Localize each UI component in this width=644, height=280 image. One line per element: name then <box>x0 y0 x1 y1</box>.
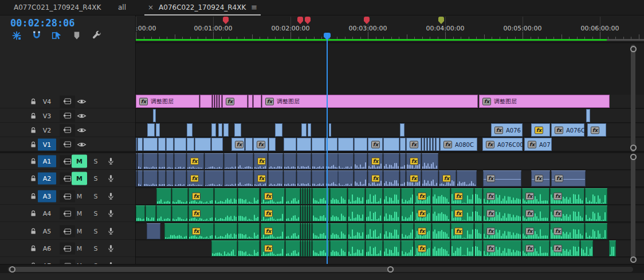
fx-badge[interactable]: fx <box>486 210 495 217</box>
timeline-clip[interactable] <box>400 170 406 186</box>
timeline-clip[interactable] <box>211 123 216 137</box>
timeline-clip[interactable]: fx <box>189 188 214 204</box>
timeline-clip[interactable] <box>303 188 305 204</box>
solo-button[interactable]: S <box>92 228 100 235</box>
timeline-clip[interactable] <box>312 170 325 186</box>
timeline-clip[interactable] <box>312 153 325 169</box>
timeline-clip[interactable] <box>174 170 186 186</box>
fx-badge[interactable]: fx <box>371 158 380 165</box>
track-lane-A2[interactable]: fxfxfxfxfxfxfxfx <box>136 170 644 187</box>
fx-badge[interactable]: fx <box>257 141 265 148</box>
timeline-clip[interactable] <box>330 240 347 256</box>
voiceover-mic-icon[interactable] <box>107 192 115 201</box>
fx-badge[interactable]: fx <box>494 126 503 134</box>
fx-badge[interactable]: fx <box>525 193 534 200</box>
fx-badge[interactable]: fx <box>553 245 562 252</box>
timeline-clip[interactable]: fx <box>261 205 285 221</box>
fx-badge[interactable]: fx <box>265 98 274 105</box>
timeline-clip[interactable]: fx <box>531 170 550 186</box>
timeline-clip[interactable] <box>138 153 143 169</box>
timeline-clip[interactable] <box>474 223 482 239</box>
tab-all[interactable]: all <box>115 0 129 14</box>
solo-button[interactable]: S <box>92 210 100 217</box>
timeline-clip[interactable]: fx调整图层 <box>262 95 478 108</box>
fx-badge[interactable]: fx <box>418 245 426 252</box>
timeline-clip[interactable] <box>156 188 171 204</box>
timeline-clip[interactable]: fx <box>587 123 606 137</box>
solo-button[interactable]: S <box>92 193 100 200</box>
timeline-clip[interactable]: fx <box>261 223 285 239</box>
timeline-clip[interactable] <box>174 138 186 151</box>
track-target-V4[interactable]: V4 <box>38 95 56 107</box>
mute-button[interactable]: M <box>72 259 87 265</box>
toggle-track-output-eye-icon[interactable] <box>77 125 87 135</box>
fx-badge[interactable]: fx <box>443 141 452 148</box>
fx-badge[interactable]: fx <box>226 98 234 105</box>
fx-badge[interactable]: fx <box>553 228 562 235</box>
timeline-clip[interactable]: fx <box>187 153 204 169</box>
track-target-A6[interactable]: A6 <box>38 243 56 255</box>
timeline-clip[interactable] <box>136 170 137 186</box>
timeline-clip[interactable] <box>285 188 300 204</box>
timeline-clip[interactable] <box>238 205 260 221</box>
scroll-zoom-handle-right[interactable] <box>387 266 394 273</box>
sequence-marker-red[interactable] <box>364 17 370 24</box>
timeline-clip[interactable]: fx <box>550 240 580 256</box>
timeline-clip[interactable] <box>312 138 325 151</box>
lock-icon[interactable] <box>29 126 37 134</box>
fx-badge[interactable]: fx <box>555 175 563 182</box>
source-patch-icon[interactable] <box>60 95 75 107</box>
timeline-clip[interactable]: fx <box>261 188 285 204</box>
timeline-clip[interactable] <box>451 240 474 256</box>
track-target-A5[interactable]: A5 <box>38 225 56 238</box>
timeline-clip[interactable]: fx <box>522 205 549 221</box>
timeline-clip[interactable] <box>284 138 296 151</box>
timeline-clip[interactable]: fx <box>483 188 521 204</box>
timeline-clip[interactable] <box>138 170 143 186</box>
timeline-clip[interactable]: fx <box>483 170 521 186</box>
timeline-clip[interactable] <box>338 138 354 151</box>
track-target-A2[interactable]: A2 <box>38 173 56 185</box>
video-scroll-handle-top[interactable] <box>630 46 637 52</box>
timeline-clip[interactable] <box>269 138 276 151</box>
source-patch-icon[interactable] <box>60 110 75 122</box>
timeline-clip[interactable] <box>305 240 307 256</box>
timeline-settings-wrench-icon[interactable] <box>92 30 102 41</box>
timeline-clip[interactable] <box>303 205 305 221</box>
timeline-clip[interactable] <box>143 170 158 186</box>
timeline-clip[interactable] <box>303 240 305 256</box>
toggle-track-output-eye-icon[interactable] <box>77 111 87 120</box>
snap-icon[interactable] <box>32 30 42 41</box>
timeline-clip[interactable] <box>187 138 194 151</box>
fx-badge[interactable]: fx <box>235 141 244 148</box>
timeline-clip[interactable] <box>164 223 188 239</box>
timeline-clip[interactable] <box>474 205 482 221</box>
timeline-clip[interactable] <box>217 95 219 108</box>
fx-badge[interactable]: fx <box>192 210 201 217</box>
fx-badge[interactable]: fx <box>482 98 491 105</box>
timeline-clip[interactable] <box>383 138 399 151</box>
timeline-clip[interactable] <box>474 188 482 204</box>
fx-badge[interactable]: fx <box>535 175 543 182</box>
timeline-clip[interactable] <box>400 153 406 169</box>
panel-menu-icon[interactable]: ≡ <box>251 3 257 11</box>
lock-icon[interactable] <box>29 174 37 183</box>
timeline-clip[interactable] <box>301 223 303 239</box>
timeline-clip[interactable] <box>383 205 400 221</box>
add-marker-icon[interactable] <box>72 30 82 41</box>
source-patch-icon[interactable] <box>60 124 75 136</box>
fx-badge[interactable]: fx <box>264 210 273 217</box>
fx-badge[interactable]: fx <box>535 126 543 134</box>
timeline-clip[interactable] <box>401 205 414 221</box>
timeline-clip[interactable] <box>158 138 166 151</box>
lock-icon[interactable] <box>29 244 37 253</box>
timeline-clip[interactable] <box>238 188 260 204</box>
fx-badge[interactable]: fx <box>371 175 380 182</box>
timeline-clip[interactable] <box>218 123 222 137</box>
timeline-clip[interactable] <box>205 170 223 186</box>
timeline-clip[interactable] <box>143 138 158 151</box>
timeline-clip[interactable] <box>301 240 303 256</box>
timeline-clip[interactable]: fx <box>451 205 474 221</box>
timeline-clip[interactable] <box>433 138 435 151</box>
fx-badge[interactable]: fx <box>591 126 599 134</box>
